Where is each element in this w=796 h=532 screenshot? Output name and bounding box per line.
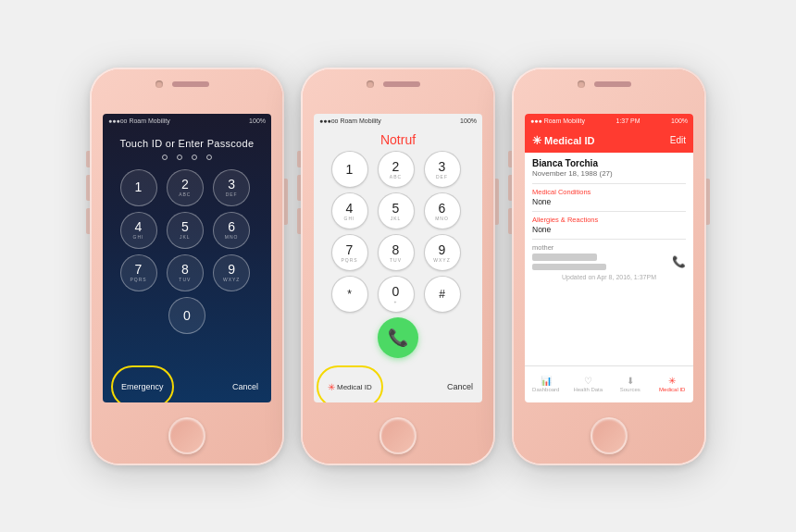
vol-down-3[interactable] xyxy=(508,208,512,234)
mute-button-3[interactable] xyxy=(508,151,512,167)
lock-key-6[interactable]: 6MNO xyxy=(213,212,250,249)
divider-3 xyxy=(532,239,686,240)
mute-button-2[interactable] xyxy=(297,151,301,167)
camera-dot-1 xyxy=(155,80,163,88)
divider-2 xyxy=(532,211,686,212)
dot-2 xyxy=(177,155,182,160)
notruf-key-2[interactable]: 2ABC xyxy=(378,151,415,188)
medical-content: Bianca Torchia November 18, 1988 (27) Me… xyxy=(525,153,693,365)
phone-1: ●●●oo Roam Mobility 100% Touch ID or Ent… xyxy=(90,68,284,465)
notruf-dial-grid: 1 2ABC 3DEF 4GHI 5JKL 6MNO 7PQRS 8TUV 9W… xyxy=(331,151,466,313)
patient-name: Bianca Torchia xyxy=(532,158,686,168)
allergies-value: None xyxy=(532,225,686,234)
lock-key-3[interactable]: 3DEF xyxy=(213,169,250,206)
lock-key-4[interactable]: 4GHI xyxy=(120,212,157,249)
tab-sources[interactable]: ⬇ Sources xyxy=(609,376,652,392)
lock-zero-row: 0 xyxy=(168,297,205,334)
notruf-key-7[interactable]: 7PQRS xyxy=(331,234,368,271)
notruf-key-1[interactable]: 1 xyxy=(331,151,368,188)
lock-key-0[interactable]: 0 xyxy=(168,297,205,334)
status-bar-2: ●●●oo Roam Mobility 100% xyxy=(314,114,482,129)
phones-container: ●●●oo Roam Mobility 100% Touch ID or Ent… xyxy=(71,49,725,484)
contact-number xyxy=(532,264,606,270)
lock-cancel-button[interactable]: Cancel xyxy=(232,382,258,391)
notruf-key-3[interactable]: 3DEF xyxy=(424,151,461,188)
notruf-bottom-row: ✳ Medical ID Cancel xyxy=(314,379,482,395)
lock-key-1[interactable]: 1 xyxy=(120,169,157,206)
home-button-3[interactable] xyxy=(591,417,628,454)
home-button-1[interactable] xyxy=(168,417,205,454)
notruf-key-5[interactable]: 5JKL xyxy=(378,192,415,229)
power-button-1[interactable] xyxy=(284,179,288,225)
lock-key-5[interactable]: 5JKL xyxy=(167,212,204,249)
status-bar-1: ●●●oo Roam Mobility 100% xyxy=(103,114,271,129)
mute-button-1[interactable] xyxy=(86,151,90,167)
notruf-key-9[interactable]: 9WXYZ xyxy=(424,234,461,271)
notruf-key-6[interactable]: 6MNO xyxy=(424,192,461,229)
tab-medical-id[interactable]: ✳ Medical ID xyxy=(652,376,694,392)
phone-call-icon[interactable]: 📞 xyxy=(672,255,686,268)
contact-row: 📞 xyxy=(532,254,686,270)
dot-4 xyxy=(206,155,212,160)
phone-3: ●●● Roam Mobility 1:37 PM 100% ✳ Medical… xyxy=(512,68,706,465)
updated-text: Updated on Apr 8, 2016, 1:37PM xyxy=(532,274,686,280)
notruf-key-0[interactable]: 0+ xyxy=(378,276,415,313)
tab-health-data[interactable]: ♡ Health Data xyxy=(567,376,610,392)
sources-icon: ⬇ xyxy=(627,376,634,386)
lock-key-8[interactable]: 8TUV xyxy=(167,254,204,291)
lock-bottom-row: Emergency Cancel xyxy=(103,378,271,395)
carrier-2: ●●●oo Roam Mobility xyxy=(319,118,381,124)
notruf-key-8[interactable]: 8TUV xyxy=(378,234,415,271)
lock-title: Touch ID or Enter Passcode xyxy=(120,138,255,149)
tab-dashboard-label: Dashboard xyxy=(532,387,559,392)
edit-button[interactable]: Edit xyxy=(670,135,686,145)
dashboard-icon: 📊 xyxy=(541,376,552,386)
status-bar-3: ●●● Roam Mobility 1:37 PM 100% xyxy=(525,114,693,129)
carrier-3: ●●● Roam Mobility xyxy=(530,118,585,124)
notruf-title: Notruf xyxy=(380,132,416,147)
notruf-key-4[interactable]: 4GHI xyxy=(331,192,368,229)
notruf-key-star[interactable]: * xyxy=(331,276,368,313)
vol-up-3[interactable] xyxy=(508,175,512,201)
medical-conditions-value: None xyxy=(532,197,686,206)
lock-key-9[interactable]: 9WXYZ xyxy=(213,254,250,291)
tab-sources-label: Sources xyxy=(620,387,641,392)
battery-1: 100% xyxy=(249,118,266,124)
battery-3: 100% xyxy=(671,118,688,124)
medical-id-button[interactable]: ✳ Medical ID xyxy=(323,379,377,395)
notruf-cancel-button[interactable]: Cancel xyxy=(447,382,473,391)
call-button-row: 📞 xyxy=(378,317,418,358)
phone-2: ●●●oo Roam Mobility 100% Notruf 1 2ABC 3… xyxy=(301,68,495,465)
lock-screen: ●●●oo Roam Mobility 100% Touch ID or Ent… xyxy=(103,114,271,402)
medical-id-screen: ●●● Roam Mobility 1:37 PM 100% ✳ Medical… xyxy=(525,114,693,402)
home-button-2[interactable] xyxy=(379,417,417,454)
power-button-3[interactable] xyxy=(706,179,710,225)
divider-1 xyxy=(532,183,686,184)
notruf-key-hash[interactable]: # xyxy=(424,276,461,313)
medical-tab-bar: 📊 Dashboard ♡ Health Data ⬇ Sources ✳ Me… xyxy=(525,365,693,402)
lock-key-2[interactable]: 2ABC xyxy=(167,169,204,206)
vol-up-1[interactable] xyxy=(86,175,90,201)
contact-relation: mother xyxy=(532,243,686,252)
dot-3 xyxy=(192,155,197,160)
phone-top-2 xyxy=(301,80,495,88)
emergency-button[interactable]: Emergency xyxy=(116,378,169,395)
camera-dot-3 xyxy=(578,80,585,88)
time-3: 1:37 PM xyxy=(616,118,641,124)
tab-dashboard[interactable]: 📊 Dashboard xyxy=(525,376,567,392)
health-data-icon: ♡ xyxy=(584,376,592,386)
vol-down-1[interactable] xyxy=(86,208,90,234)
lock-key-7[interactable]: 7PQRS xyxy=(120,254,157,291)
medical-asterisk-icon: ✳ xyxy=(328,382,335,392)
medical-id-label: Medical ID xyxy=(337,383,372,391)
power-button-2[interactable] xyxy=(495,179,499,225)
vol-up-2[interactable] xyxy=(297,175,301,201)
camera-dot-2 xyxy=(367,80,374,88)
call-icon: 📞 xyxy=(388,328,408,348)
phone-top-1 xyxy=(90,80,284,88)
call-button[interactable]: 📞 xyxy=(378,317,418,358)
dot-1 xyxy=(162,155,168,160)
vol-down-2[interactable] xyxy=(297,208,301,234)
medical-id-tab-icon: ✳ xyxy=(668,376,676,386)
contact-name xyxy=(532,254,597,261)
